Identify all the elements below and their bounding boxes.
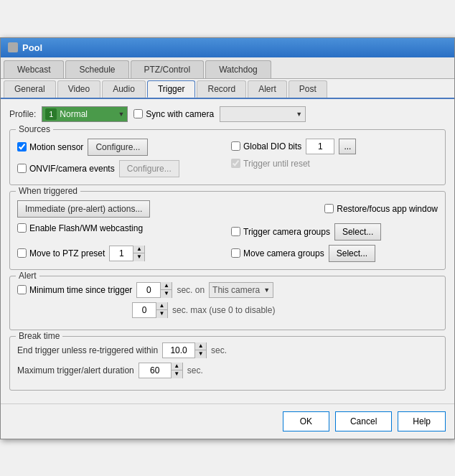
footer: OK Cancel Help — [1, 403, 454, 439]
motion-sensor-checkbox[interactable] — [17, 142, 27, 151]
global-dio-label: Global DIO bits — [243, 141, 301, 151]
min-time-label[interactable]: Minimum time since trigger — [17, 285, 132, 295]
tab-trigger[interactable]: Trigger — [147, 80, 196, 98]
alert-value1-down[interactable]: ▼ — [160, 290, 172, 298]
max-duration-label: Maximum trigger/alert duration — [17, 365, 134, 375]
trigger-camera-groups-text: Trigger camera groups — [243, 227, 330, 237]
alert-value2-up[interactable]: ▲ — [156, 302, 167, 310]
main-window: Pool Webcast Schedule PTZ/Control Watchd… — [0, 37, 455, 439]
restore-focus-checkbox[interactable] — [324, 204, 334, 213]
move-ptz-label[interactable]: Move to PTZ preset — [17, 248, 105, 258]
end-trigger-row: End trigger unless re-triggered within ▲… — [17, 342, 438, 358]
main-content: Profile: 1 Normal ▼ Sync with camera ▼ — [1, 99, 454, 403]
help-button[interactable]: Help — [398, 411, 446, 431]
alert-row2: ▲ ▼ sec. max (use 0 to disable) — [17, 302, 438, 318]
sync-row: Sync with camera ▼ — [133, 106, 306, 122]
tab-audio[interactable]: Audio — [102, 80, 146, 98]
sync-checkbox[interactable] — [133, 109, 143, 118]
move-camera-groups-select-btn[interactable]: Select... — [329, 245, 375, 262]
sub-tabs: General Video Audio Trigger Record Alert… — [1, 79, 454, 99]
configure-motion-btn[interactable]: Configure... — [88, 139, 148, 156]
global-dio-checkbox-label[interactable]: Global DIO bits — [231, 141, 301, 151]
alert-value2-spinner[interactable]: ▲ ▼ — [132, 302, 168, 318]
cancel-button[interactable]: Cancel — [335, 411, 392, 431]
restore-focus-label[interactable]: Restore/focus app window — [324, 204, 438, 214]
end-trigger-input[interactable] — [163, 343, 194, 358]
max-duration-spinner[interactable]: ▲ ▼ — [139, 363, 183, 378]
max-duration-down[interactable]: ▼ — [171, 370, 182, 378]
trigger-camera-groups-label[interactable]: Trigger camera groups — [231, 227, 330, 237]
camera-select[interactable]: This camera ▼ — [209, 282, 273, 298]
profile-dropdown[interactable]: 1 Normal ▼ — [42, 106, 128, 122]
sync-checkbox-label[interactable]: Sync with camera — [133, 109, 214, 119]
camera-select-arrow: ▼ — [263, 286, 270, 294]
profile-dropdown-arrow: ▼ — [118, 111, 124, 118]
max-duration-input[interactable] — [139, 363, 171, 378]
end-trigger-spinner[interactable]: ▲ ▼ — [162, 342, 207, 358]
restore-focus-text: Restore/focus app window — [337, 204, 438, 214]
trigger-camera-groups-row: Trigger camera groups Select... — [231, 223, 438, 241]
alert-group: Alert Minimum time since trigger ▲ ▼ s — [9, 276, 446, 330]
tab-alert[interactable]: Alert — [248, 80, 287, 98]
tab-video[interactable]: Video — [57, 80, 100, 98]
sources-grid: Motion sensor Configure... ONVIF/camera … — [17, 139, 438, 177]
move-ptz-spinner[interactable]: ▲ ▼ — [109, 246, 145, 261]
top-tabs: Webcast Schedule PTZ/Control Watchdog — [1, 57, 454, 79]
trigger-camera-groups-checkbox[interactable] — [231, 227, 240, 236]
onvif-label: ONVIF/camera events — [29, 164, 115, 174]
sources-right: Global DIO bits ... Trigger until reset — [231, 139, 438, 177]
move-ptz-checkbox[interactable] — [17, 248, 27, 258]
tab-webcast[interactable]: Webcast — [4, 60, 64, 78]
alert-value1-up[interactable]: ▲ — [160, 282, 172, 290]
wt-top-row: Immediate (pre-alert) actions... Restore… — [17, 200, 438, 218]
tab-ptz-control[interactable]: PTZ/Control — [131, 60, 205, 78]
end-trigger-unit: sec. — [211, 345, 227, 355]
window-title: Pool — [22, 42, 42, 53]
alert-value2-down[interactable]: ▼ — [156, 310, 167, 318]
max-duration-row: Maximum trigger/alert duration ▲ ▼ sec. — [17, 363, 438, 378]
tab-watchdog[interactable]: Watchdog — [205, 60, 271, 78]
global-dio-row: Global DIO bits ... — [231, 139, 438, 154]
immediate-actions-btn[interactable]: Immediate (pre-alert) actions... — [17, 200, 150, 218]
trigger-camera-groups-select-btn[interactable]: Select... — [334, 223, 381, 241]
move-camera-groups-row: Move camera groups Select... — [231, 245, 438, 262]
move-ptz-up[interactable]: ▲ — [133, 246, 144, 253]
trigger-until-reset-label: Trigger until reset — [231, 159, 310, 169]
alert-group-label: Alert — [16, 271, 39, 281]
tab-record[interactable]: Record — [197, 80, 246, 98]
end-trigger-down[interactable]: ▼ — [194, 350, 206, 358]
wt-left: Enable Flash/WM webcasting — [17, 223, 224, 241]
tab-general[interactable]: General — [4, 80, 56, 98]
motion-sensor-checkbox-label[interactable]: Motion sensor — [17, 142, 83, 152]
min-time-text: Minimum time since trigger — [29, 285, 132, 295]
ok-button[interactable]: OK — [283, 411, 329, 431]
sec-on-label: sec. on — [177, 285, 205, 295]
global-dio-input[interactable] — [306, 139, 334, 154]
move-camera-groups-label[interactable]: Move camera groups — [231, 248, 324, 258]
global-dio-checkbox[interactable] — [231, 141, 240, 151]
move-ptz-input[interactable] — [110, 246, 133, 261]
sync-select[interactable]: ▼ — [220, 106, 306, 122]
move-ptz-down[interactable]: ▼ — [133, 253, 144, 261]
global-dio-ellipsis-btn[interactable]: ... — [339, 139, 356, 154]
min-time-checkbox[interactable] — [17, 285, 27, 294]
sources-group-label: Sources — [16, 124, 53, 134]
profile-label: Profile: — [9, 109, 36, 119]
move-camera-groups-checkbox[interactable] — [231, 248, 240, 258]
sources-group: Sources Motion sensor Configure... ONVIF… — [9, 129, 446, 185]
onvif-checkbox[interactable] — [17, 164, 27, 173]
onvif-checkbox-label[interactable]: ONVIF/camera events — [17, 164, 115, 174]
tab-post[interactable]: Post — [289, 80, 327, 98]
move-camera-groups-text: Move camera groups — [243, 248, 324, 258]
alert-value1-input[interactable] — [137, 283, 160, 297]
alert-value1-spinner[interactable]: ▲ ▼ — [136, 282, 172, 298]
max-duration-up[interactable]: ▲ — [171, 363, 182, 370]
alert-value2-input[interactable] — [133, 303, 156, 317]
enable-flash-label[interactable]: Enable Flash/WM webcasting — [17, 223, 224, 233]
tab-schedule[interactable]: Schedule — [65, 60, 128, 78]
break-time-group: Break time End trigger unless re-trigger… — [9, 336, 446, 391]
enable-flash-checkbox[interactable] — [17, 223, 27, 233]
move-ptz-row: Move to PTZ preset ▲ ▼ — [17, 245, 224, 262]
sources-left: Motion sensor Configure... ONVIF/camera … — [17, 139, 224, 177]
end-trigger-up[interactable]: ▲ — [194, 342, 206, 350]
